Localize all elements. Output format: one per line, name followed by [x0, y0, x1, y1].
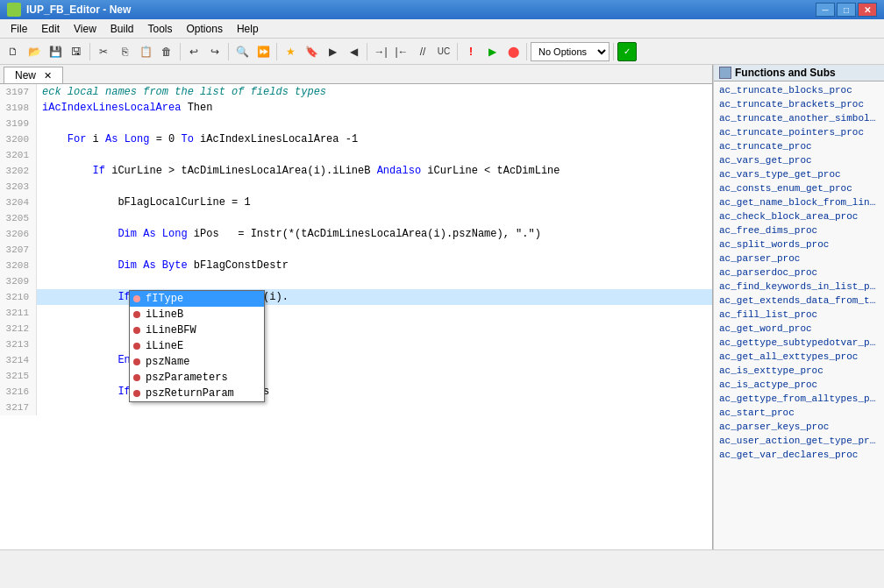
redo-button[interactable]: ↪ — [205, 42, 225, 61]
bottom-area — [0, 549, 884, 588]
autocomplete-item[interactable]: pszName — [130, 354, 264, 370]
delete-button[interactable]: 🗑 — [157, 42, 176, 61]
ac-label: pszParameters — [146, 372, 228, 384]
table-row: 3205 — [0, 210, 712, 226]
table-row: 3206 Dim As Long iPos = Instr(*(tAcDimLi… — [0, 226, 712, 242]
findnext-button[interactable]: ⏩ — [253, 42, 273, 61]
autocomplete-item[interactable]: iLineE — [130, 338, 264, 354]
list-item[interactable]: ac_gettype_subtypedotvar_pr... — [714, 336, 884, 350]
autocomplete-item[interactable]: iLineB — [130, 307, 264, 322]
list-item[interactable]: ac_is_actype_proc — [714, 378, 884, 392]
list-item[interactable]: ac_start_proc — [714, 406, 884, 420]
close-button[interactable]: ✕ — [858, 3, 877, 17]
toolbar-sep-1 — [89, 43, 90, 60]
tab-label: New — [15, 69, 36, 81]
list-item[interactable]: ac_find_keywords_in_list_pr... — [714, 280, 884, 294]
code-scroll[interactable]: 3197 eck local names from the list of fi… — [0, 84, 712, 549]
table-row: 3209 — [0, 273, 712, 289]
table-row: 3216 If iPos Orelse bFlagCons — [0, 384, 712, 400]
list-item[interactable]: ac_get_name_block_from_line... — [714, 195, 884, 209]
list-item[interactable]: ac_fill_list_proc — [714, 308, 884, 322]
list-item[interactable]: ac_check_block_area_proc — [714, 209, 884, 223]
menu-edit[interactable]: Edit — [34, 21, 67, 37]
save-all-button[interactable]: 🖫 — [67, 42, 86, 61]
uncomment-button[interactable]: UC — [434, 42, 453, 61]
autocomplete-item[interactable]: fIType — [130, 291, 264, 307]
cut-button[interactable]: ✂ — [94, 42, 113, 61]
list-item[interactable]: ac_is_exttype_proc — [714, 364, 884, 378]
indent-button[interactable]: →| — [371, 42, 390, 61]
list-item[interactable]: ac_truncate_blocks_proc — [714, 83, 884, 97]
autocomplete-item[interactable]: iLineBFW — [130, 322, 264, 338]
list-item[interactable]: ac_truncate_brackets_proc — [714, 97, 884, 111]
list-item[interactable]: ac_user_action_get_type_pr... — [714, 434, 884, 448]
bookmark-button[interactable]: 🔖 — [302, 42, 321, 61]
list-item[interactable]: ac_get_word_proc — [714, 322, 884, 336]
list-item[interactable]: ac_get_all_exttypes_proc — [714, 350, 884, 364]
open-button[interactable]: 📂 — [25, 42, 44, 61]
toolbar-sep-2 — [180, 43, 181, 60]
table-row: 3215 — [0, 368, 712, 384]
save-button[interactable]: 💾 — [46, 42, 65, 61]
menu-build[interactable]: Build — [103, 21, 141, 37]
copy-button[interactable]: ⎘ — [115, 42, 134, 61]
comment-button[interactable]: // — [413, 42, 432, 61]
autocomplete-dropdown[interactable]: fIType iLineB iLineBFW iLineE — [129, 290, 265, 402]
new-button[interactable]: 🗋 — [4, 42, 23, 61]
excl-button[interactable]: ! — [461, 42, 481, 61]
ac-label: fIType — [146, 293, 183, 305]
autocomplete-item[interactable]: pszParameters — [130, 370, 264, 386]
list-item[interactable]: ac_free_dims_proc — [714, 223, 884, 237]
table-row: 3212 bFlagConstDestr = 1 — [0, 321, 712, 337]
menu-tools[interactable]: Tools — [141, 21, 180, 37]
menu-options[interactable]: Options — [180, 21, 230, 37]
unindent-button[interactable]: |← — [392, 42, 411, 61]
highlight-button[interactable]: ★ — [281, 42, 300, 61]
tab-new[interactable]: New ✕ — [4, 67, 63, 83]
maximize-button[interactable]: □ — [837, 3, 856, 17]
tabs: New ✕ — [0, 65, 712, 84]
toolbar-sep-7 — [526, 43, 527, 60]
list-item[interactable]: ac_truncate_another_simbol... — [714, 111, 884, 125]
list-item[interactable]: ac_consts_enum_get_proc — [714, 181, 884, 195]
functions-list[interactable]: ac_truncate_blocks_proc ac_truncate_brac… — [714, 81, 884, 549]
list-item[interactable]: ac_gettype_from_alltypes_pr... — [714, 392, 884, 406]
main-area: New ✕ 3197 eck local names from the list… — [0, 65, 884, 549]
list-item[interactable]: ac_split_words_proc — [714, 237, 884, 251]
minimize-button[interactable]: ─ — [816, 3, 835, 17]
bookmarkprev-button[interactable]: ◀ — [344, 42, 363, 61]
menubar: File Edit View Build Tools Options Help — [0, 19, 884, 39]
list-item[interactable]: ac_parserdoc_proc — [714, 266, 884, 280]
autocomplete-item[interactable]: pszReturnParam — [130, 386, 264, 401]
options-dropdown[interactable]: No Options — [531, 42, 610, 61]
list-item[interactable]: ac_vars_get_proc — [714, 153, 884, 167]
run-button[interactable]: ▶ — [482, 42, 502, 61]
list-item[interactable]: ac_truncate_proc — [714, 139, 884, 153]
paste-button[interactable]: 📋 — [136, 42, 155, 61]
titlebar: IUP_FB_Editor - New ─ □ ✕ — [0, 0, 884, 19]
menu-help[interactable]: Help — [230, 21, 266, 37]
table-row: 3203 — [0, 179, 712, 195]
green-action-button[interactable]: ✓ — [617, 42, 637, 61]
titlebar-controls[interactable]: ─ □ ✕ — [816, 3, 877, 17]
list-item[interactable]: ac_get_var_declares_proc — [714, 448, 884, 462]
list-item[interactable]: ac_parser_keys_proc — [714, 420, 884, 434]
table-row: 3204 bFlagLocalCurLine = 1 — [0, 195, 712, 210]
table-row: 3199 — [0, 116, 712, 131]
toolbar-sep-6 — [457, 43, 458, 60]
list-item[interactable]: ac_parser_proc — [714, 251, 884, 266]
code-area[interactable]: 3197 eck local names from the list of fi… — [0, 84, 712, 549]
bookmarknext-button[interactable]: ▶ — [323, 42, 342, 61]
table-row: 3197 eck local names from the list of fi… — [0, 84, 712, 100]
stop-button[interactable]: ⬤ — [503, 42, 523, 61]
tab-close-icon[interactable]: ✕ — [44, 70, 52, 81]
menu-view[interactable]: View — [67, 21, 103, 37]
table-row: 3213 — [0, 337, 712, 352]
find-button[interactable]: 🔍 — [232, 42, 252, 61]
list-item[interactable]: ac_truncate_pointers_proc — [714, 125, 884, 139]
list-item[interactable]: ac_vars_type_get_proc — [714, 167, 884, 181]
right-panel: Functions and Subs ac_truncate_blocks_pr… — [713, 65, 884, 549]
menu-file[interactable]: File — [4, 21, 34, 37]
list-item[interactable]: ac_get_extends_data_from_ty... — [714, 294, 884, 308]
undo-button[interactable]: ↩ — [184, 42, 203, 61]
